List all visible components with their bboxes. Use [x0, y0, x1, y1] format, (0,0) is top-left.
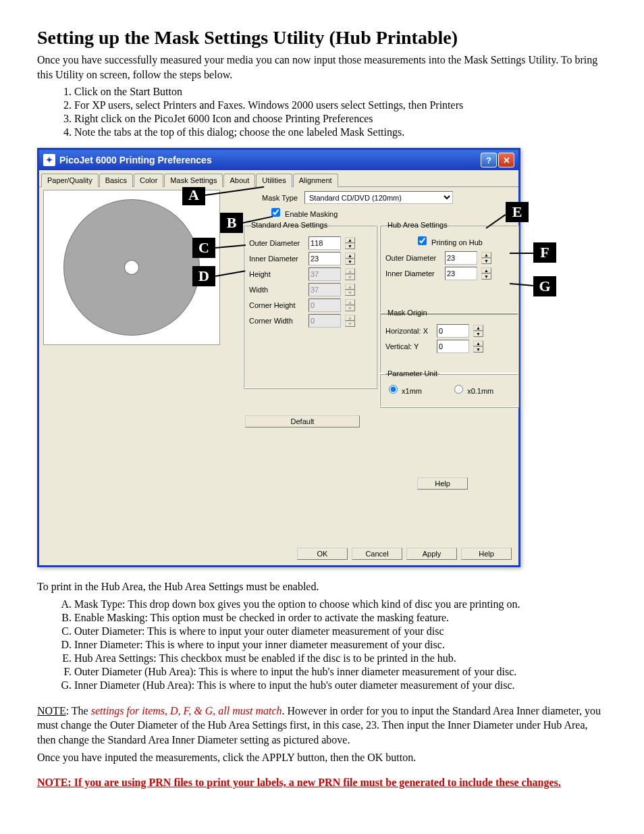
- note-red-text: settings for items, D, F, & G, all must …: [91, 705, 282, 716]
- spinner-up[interactable]: ▲: [345, 237, 355, 243]
- vertical-y-label: Vertical: Y: [385, 342, 433, 350]
- hub-outer-input[interactable]: [445, 251, 477, 265]
- outer-diameter-label: Outer Diameter: [249, 239, 304, 247]
- x01mm-radio[interactable]: [454, 385, 463, 394]
- close-button[interactable]: ✕: [498, 153, 514, 167]
- enable-masking-label: Enable Masking: [285, 210, 338, 218]
- enable-masking-checkbox[interactable]: [271, 208, 280, 217]
- corner-height-label: Corner Height: [249, 301, 304, 309]
- help-button-footer[interactable]: Help: [461, 548, 512, 560]
- mask-origin-legend: Mask Origin: [385, 309, 429, 317]
- note-paragraph: NOTE: The settings for items, D, F, & G,…: [37, 704, 607, 748]
- mask-type-label: Mask Type: [262, 194, 298, 202]
- tab-strip: Paper/Quality Basics Color Mask Settings…: [39, 170, 518, 187]
- vertical-y-input[interactable]: [437, 340, 469, 353]
- list-item: Enable Masking: This option must be chec…: [74, 612, 607, 624]
- list-item: Click on the Start Button: [74, 86, 607, 98]
- callout-line: [510, 253, 537, 254]
- titlebar-help-button[interactable]: ?: [481, 153, 497, 167]
- callout-d: D: [192, 266, 215, 286]
- height-label: Height: [249, 270, 304, 278]
- list-item: Hub Area Settings: This checkbox must be…: [74, 652, 607, 664]
- mask-type-select[interactable]: Standard CD/DVD (120mm): [304, 191, 453, 204]
- height-input: [308, 267, 341, 281]
- tab-about[interactable]: About: [223, 174, 255, 187]
- width-label: Width: [249, 286, 304, 294]
- spinner-up[interactable]: ▲: [473, 340, 483, 346]
- list-item: Note the tabs at the top of this dialog;…: [74, 126, 607, 138]
- hub-area-paragraph: To print in the Hub Area, the Hub Area S…: [37, 579, 607, 594]
- spinner-down: ▼: [345, 290, 355, 296]
- corner-height-input: [308, 298, 341, 312]
- intro-paragraph: Once you have successfully measured your…: [37, 53, 607, 82]
- list-item: Inner Diameter (Hub Area): This is where…: [74, 679, 607, 692]
- spinner-down[interactable]: ▼: [345, 259, 355, 265]
- help-button[interactable]: Help: [417, 477, 468, 490]
- spinner-up: ▲: [345, 315, 355, 321]
- list-item: Right click on the PicoJet 6000 Icon and…: [74, 113, 607, 125]
- printing-on-hub-checkbox[interactable]: [418, 236, 427, 245]
- horizontal-x-label: Horizontal: X: [385, 327, 433, 335]
- spinner-up[interactable]: ▲: [481, 267, 491, 273]
- standard-area-legend: Standard Area Settings: [249, 221, 329, 229]
- ok-button[interactable]: OK: [297, 548, 348, 560]
- spinner-up[interactable]: ▲: [481, 252, 491, 258]
- spinner-up: ▲: [345, 284, 355, 290]
- page-title: Setting up the Mask Settings Utility (Hu…: [37, 27, 607, 49]
- tab-paper-quality[interactable]: Paper/Quality: [41, 174, 99, 187]
- x1mm-label: x1mm: [402, 387, 422, 395]
- printing-preferences-dialog: ✦ PicoJet 6000 Printing Preferences ? ✕ …: [37, 148, 520, 567]
- inner-diameter-input[interactable]: [308, 252, 341, 265]
- inner-diameter-label: Inner Diameter: [249, 255, 304, 263]
- width-input: [308, 283, 341, 296]
- tab-color[interactable]: Color: [134, 174, 163, 187]
- callout-g: G: [533, 276, 556, 296]
- spinner-down[interactable]: ▼: [473, 346, 483, 353]
- cancel-button[interactable]: Cancel: [352, 548, 402, 560]
- spinner-down[interactable]: ▼: [481, 258, 491, 264]
- spinner-down[interactable]: ▼: [473, 331, 483, 337]
- default-button[interactable]: Default: [245, 415, 360, 427]
- spinner-up[interactable]: ▲: [345, 253, 355, 259]
- tab-mask-settings[interactable]: Mask Settings: [164, 174, 223, 187]
- hub-inner-label: Inner Diameter: [385, 269, 441, 278]
- horizontal-x-input[interactable]: [437, 324, 469, 338]
- spinner-down[interactable]: ▼: [345, 243, 355, 249]
- tab-alignment[interactable]: Alignment: [293, 174, 338, 187]
- tab-basics[interactable]: Basics: [99, 174, 133, 187]
- spinner-down: ▼: [345, 274, 355, 280]
- hub-area-fieldset: Hub Area Settings Printing on Hub Outer …: [379, 221, 518, 314]
- parameter-unit-legend: Parameter Unit: [385, 369, 439, 377]
- note-colon: : The: [66, 705, 91, 716]
- disc-inner-circle: [125, 261, 138, 274]
- hub-inner-input[interactable]: [445, 267, 477, 280]
- steps-list: Click on the Start Button For XP users, …: [37, 86, 607, 138]
- callout-e: E: [506, 202, 529, 222]
- standard-area-fieldset: Standard Area Settings Outer Diameter ▲▼…: [243, 221, 377, 388]
- corner-width-label: Corner Width: [249, 317, 304, 325]
- items-list: Mask Type: This drop down box gives you …: [37, 598, 607, 692]
- callout-f: F: [533, 242, 556, 263]
- disc-outer-circle: [64, 200, 199, 335]
- parameter-unit-fieldset: Parameter Unit x1mm x0.1mm: [379, 369, 518, 407]
- tab-utilities[interactable]: Utilities: [256, 174, 292, 187]
- app-icon: ✦: [43, 154, 55, 166]
- note-line2: Once you have inputed the measurements, …: [37, 750, 607, 765]
- hub-outer-label: Outer Diameter: [385, 254, 441, 262]
- callout-c: C: [192, 238, 215, 258]
- x1mm-radio[interactable]: [389, 385, 398, 394]
- hub-area-legend: Hub Area Settings: [385, 221, 450, 229]
- spinner-down[interactable]: ▼: [481, 273, 491, 280]
- final-note: NOTE: If you are using PRN files to prin…: [37, 775, 607, 790]
- window-title: PicoJet 6000 Printing Preferences: [59, 155, 212, 165]
- apply-button[interactable]: Apply: [406, 548, 457, 560]
- spinner-up: ▲: [345, 299, 355, 305]
- outer-diameter-input[interactable]: [308, 236, 341, 250]
- spinner-down: ▼: [345, 321, 355, 327]
- x01mm-label: x0.1mm: [467, 387, 493, 395]
- callout-a: A: [182, 185, 205, 205]
- spinner-up[interactable]: ▲: [473, 325, 483, 331]
- spinner-down: ▼: [345, 305, 355, 311]
- mask-origin-fieldset: Mask Origin Horizontal: X ▲▼ Vertical: Y…: [379, 309, 518, 373]
- dialog-body: Mask Type Standard CD/DVD (120mm) Enable…: [39, 187, 518, 565]
